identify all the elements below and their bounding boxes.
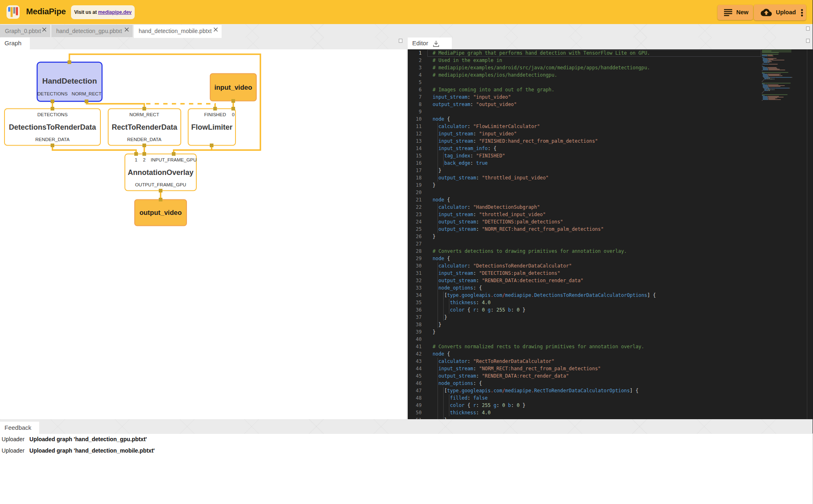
editor-line[interactable]: 5 [408,79,813,86]
graph-connector[interactable] [159,189,162,192]
graph-node-HandDetection[interactable]: HandDetectionDETECTIONSNORM_RECT [37,62,102,101]
tab-feedback[interactable]: Feedback [0,422,39,434]
editor-line[interactable]: 43 calculator: "RectToRenderDataCalculat… [408,358,813,365]
editor-line[interactable]: 44 input_stream: "NORM_RECT:hand_rect_fr… [408,365,813,372]
editor-line[interactable]: 20 [408,189,813,196]
close-tab-icon[interactable] [42,27,47,32]
graph-connector[interactable] [85,99,89,103]
editor-line[interactable]: 23 input_stream: "throttled_input_video" [408,211,813,218]
graph-node-FlowLimiter[interactable]: FlowLimiterFINISHED0 [188,108,235,145]
graph-connector[interactable] [134,152,138,156]
minimap-token [762,81,762,82]
download-icon[interactable] [432,40,440,48]
editor-line[interactable]: 3# mediapipie/examples/android/src/java/… [408,64,813,71]
graph-connector[interactable] [213,107,217,111]
graph-connector[interactable] [142,152,146,156]
graph-node-text: NORM_RECT [72,91,102,96]
graph-node-RectToRenderData[interactable]: RectToRenderDataNORM_RECTRENDER_DATA [108,108,181,145]
graph-connector[interactable] [51,99,54,103]
editor-line[interactable]: 50 thickness: 4.0 [408,409,813,416]
editor-line[interactable]: 45 output_stream: "RENDER_DATA:rect_rend… [408,372,813,380]
editor-line[interactable]: 18 output_stream: "throttled_input_video… [408,174,813,181]
graph-connector[interactable] [159,198,162,201]
maximize-tab-bar-icon[interactable] [806,27,810,31]
close-tab-icon[interactable] [124,27,129,32]
editor-line[interactable]: 10node { [408,115,813,123]
editor-line[interactable]: 34 [type.googleapis.com/mediapipe.Detect… [408,292,813,299]
editor-line[interactable]: 49 color { r: 255 g: 0 b: 0 } [408,402,813,409]
editor-line[interactable]: 36 color { r: 0 g: 255 b: 0 } [408,306,813,314]
new-button[interactable]: New [717,5,753,20]
graph-node-input_video[interactable]: input_video [210,73,256,101]
editor-line[interactable]: 29node { [408,255,813,262]
minimap-token [762,52,779,53]
editor-line[interactable]: 7input_stream: "input_video" [408,93,813,101]
editor-line[interactable]: 38 } [408,321,813,328]
editor-line[interactable]: 12 input_stream: "input_video" [408,130,813,137]
maximize-editor-panel-icon[interactable] [806,39,810,43]
editor-line[interactable]: 41# Converts normalized rects to drawing… [408,343,813,350]
upload-button[interactable]: Upload [754,4,806,20]
graph-connector[interactable] [210,144,213,147]
editor-line[interactable]: 13 input_stream: "FINISHED:hand_rect_fro… [408,137,813,145]
editor-line[interactable]: 8output_stream: "output_video" [408,101,813,108]
editor-line[interactable]: 42node { [408,350,813,358]
editor-line[interactable]: 31 input_stream: "DETECTIONS:palm_detect… [408,270,813,277]
editor-line[interactable]: 19} [408,181,813,189]
graph-node-AnnotationOverlay[interactable]: AnnotationOverlay12INPUT_FRAME_GPUOUTPUT… [125,154,197,190]
editor-line[interactable]: 40 [408,336,813,343]
editor-line[interactable]: 28# Converts detections to drawing primi… [408,248,813,255]
editor-line[interactable]: 47 [type.googleapis.com/mediapipe.RectTo… [408,387,813,394]
graph-canvas[interactable]: HandDetectionDETECTIONSNORM_RECTinput_vi… [0,49,406,419]
file-tab-Graph_0.pbtxt[interactable]: Graph_0.pbtxt [0,25,50,37]
minimap-token [767,67,767,67]
editor-line[interactable]: 15 tag_index: "FINISHED" [408,152,813,159]
close-tab-icon[interactable] [213,27,218,32]
maximize-graph-panel-icon[interactable] [399,39,403,43]
editor-line[interactable]: 17 } [408,167,813,174]
tab-editor[interactable]: Editor [408,38,452,49]
editor-line[interactable]: 14 input_stream_info: { [408,145,813,152]
editor-line[interactable]: 37 } [408,314,813,321]
editor-line[interactable]: 46 node_options: { [408,380,813,387]
kebab-menu-icon[interactable] [800,9,804,17]
editor-line[interactable]: 32 output_stream: "RENDER_DATA:detection… [408,277,813,284]
editor-line[interactable]: 33 node_options: { [408,284,813,292]
graph-node-DetectionsToRenderData[interactable]: DetectionsToRenderDataDETECTIONSRENDER_D… [4,108,100,145]
editor-line[interactable]: 6# Images coming into and out of the gra… [408,86,813,93]
editor-line[interactable]: 30 calculator: "DetectionsToRenderDataCa… [408,262,813,270]
code-text: output_stream: "output_video" [433,101,517,108]
file-tab-hand_detection_gpu.pbtxt[interactable]: hand_detection_gpu.pbtxt [51,25,133,37]
editor-line[interactable]: 11 calculator: "FlowLimiterCalculator" [408,123,813,130]
editor-line[interactable]: 4# mediapipie/examples/ios/handdetection… [408,71,813,79]
visit-link-pill[interactable]: Visit us at mediapipe.dev [71,5,135,19]
editor-line[interactable]: 35 thickness: 4.0 [408,299,813,306]
editor-line[interactable]: 24 output_stream: "DETECTIONS:palm_detec… [408,218,813,225]
graph-connector[interactable] [231,107,235,111]
file-tab-hand_detection_mobile.pbtxt[interactable]: hand_detection_mobile.pbtxt [134,25,222,38]
tab-graph[interactable]: Graph [0,38,30,49]
graph-connector[interactable] [231,99,235,103]
editor-minimap[interactable] [762,49,807,131]
editor-line[interactable]: 22 calculator: "HandDetectionSubgraph" [408,203,813,211]
editor-line[interactable]: 16 back_edge: true [408,159,813,167]
graph-connector[interactable] [172,152,175,156]
code-text: calculator: "DetectionsToRenderDataCalcu… [433,262,572,270]
editor-line[interactable]: 21node { [408,196,813,203]
editor-line[interactable]: 27 [408,240,813,248]
editor-line[interactable]: 39} [408,328,813,336]
editor-line[interactable]: 48 filled: false [408,394,813,402]
graph-connector[interactable] [68,60,71,64]
graph-connector[interactable] [51,107,54,111]
editor-line[interactable]: 26} [408,233,813,240]
minimap-token [771,79,772,79]
graph-connector[interactable] [142,144,146,147]
editor-line[interactable]: 2# Used in the example in [408,57,813,64]
graph-connector[interactable] [51,144,54,147]
graph-connector[interactable] [142,107,146,111]
code-editor[interactable]: 1# MediaPipe graph that performs hand de… [408,49,813,419]
editor-line[interactable]: 9 [408,108,813,115]
graph-node-output_video[interactable]: output_video [135,199,187,225]
mediapipe-dev-link[interactable]: mediapipe.dev [98,9,131,15]
editor-line[interactable]: 25 output_stream: "NORM_RECT:hand_rect_f… [408,225,813,233]
